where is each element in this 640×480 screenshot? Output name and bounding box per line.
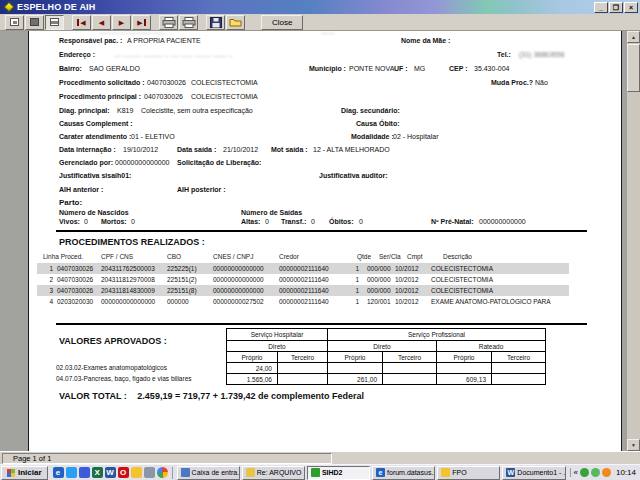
zoom-fit-button[interactable]: [5, 15, 24, 30]
task-button-fpo[interactable]: FPO: [437, 466, 500, 480]
bairro-label: Bairro:: [59, 65, 82, 73]
excel-icon[interactable]: X: [92, 467, 103, 478]
cell-descricao: EXAME ANATOMO-PATOLÓGICO PARA: [431, 298, 569, 305]
col-header: Próprio: [227, 352, 277, 362]
table-row: 3 0407030026 204311814830009 225151(8) 0…: [37, 285, 569, 296]
section-divider: [56, 230, 587, 232]
cell-qtde: 1: [345, 276, 359, 283]
desktop: ESPELHO DE AIH _ ❐ × ◀ ◀ ▶ ▶ Close: [0, 0, 640, 480]
valores-sub-header-row: Direto Direto Rateado: [227, 340, 545, 351]
vertical-scrollbar[interactable]: ▲ ▼: [627, 31, 640, 451]
section-divider: [56, 323, 587, 325]
start-button[interactable]: Iniciar: [1, 466, 48, 480]
clock-tray-icon[interactable]: [602, 468, 611, 477]
folder-shortcut-icon[interactable]: [131, 467, 142, 478]
col-header: Credor: [279, 253, 345, 260]
print-icon: [182, 17, 196, 28]
altas-label: Altas:: [241, 218, 260, 226]
table-row: 2 0407030026 204311812970008 225151(2) 0…: [37, 274, 569, 285]
show-desktop-icon[interactable]: [144, 467, 155, 478]
chrome-icon[interactable]: [157, 467, 168, 478]
task-button-browser[interactable]: e forum.datasus....: [372, 466, 435, 480]
task-button-inbox[interactable]: Caixa de entra...: [177, 466, 240, 480]
print-button[interactable]: [179, 15, 198, 30]
floppy-save-icon: [210, 17, 222, 28]
proc-principal-name: COLECISTECTOMIA: [191, 93, 258, 101]
zoom-page-width-button[interactable]: [45, 15, 64, 30]
report-page: .................................. .....…: [28, 31, 622, 451]
word-icon[interactable]: W: [105, 467, 116, 478]
tray-chevron-icon[interactable]: «: [574, 468, 578, 477]
cell-cbo: 225225(1): [167, 265, 213, 272]
antivirus-tray-icon[interactable]: [580, 468, 589, 477]
col-header: Linha Proced.: [37, 253, 101, 260]
printer-setup-button[interactable]: [159, 15, 178, 30]
task-label: Caixa de entra...: [192, 469, 240, 476]
cell-linha: 2: [37, 276, 53, 283]
cell-credor: 00000002111640: [279, 298, 345, 305]
data-internacao-value: 19/10/2012: [123, 146, 158, 154]
carater-value: 01 - ELETIVO: [131, 133, 175, 141]
valor-total-value: 2.459,19 = 719,77 + 1.739,42 de compleme…: [137, 391, 364, 401]
messenger-icon[interactable]: [66, 467, 77, 478]
endereco-value: .... ......... .......... .. .... ......…: [114, 51, 233, 59]
cell-cpf: 204311762500003: [101, 265, 167, 272]
printer-setup-icon: [162, 17, 176, 28]
zoom-100-button[interactable]: [25, 15, 44, 30]
scroll-down-button[interactable]: ▼: [627, 439, 640, 451]
internet-explorer-icon[interactable]: e: [53, 467, 64, 478]
redacted-text: ..................................: [99, 31, 165, 36]
cell-proced: 0407030026: [53, 265, 101, 272]
valor-cell: [277, 363, 327, 373]
carater-label: Carater atendimento :: [59, 133, 131, 141]
cell-credor: 00000002111640: [279, 276, 345, 283]
minimize-button[interactable]: _: [594, 2, 608, 13]
scrollbar-thumb[interactable]: [627, 44, 640, 92]
folder-icon: [441, 468, 450, 477]
col-header: Próprio: [436, 352, 491, 362]
close-window-button[interactable]: ×: [624, 2, 638, 13]
altas-value: 0: [265, 218, 269, 226]
cell-credor: 00000002111640: [279, 265, 345, 272]
window-titlebar: ESPELHO DE AIH _ ❐ ×: [0, 0, 640, 14]
first-page-button[interactable]: ◀: [72, 15, 91, 30]
save-report-button[interactable]: [206, 15, 225, 30]
cell-linha: 3: [37, 287, 53, 294]
valores-row-label: 04.07.03-Pancreas, baço, fígado e vias b…: [56, 375, 192, 382]
first-page-icon: ◀: [77, 19, 85, 26]
users-tray-icon[interactable]: [591, 468, 600, 477]
scroll-up-button[interactable]: ▲: [627, 31, 640, 43]
cell-qtde: 1: [345, 298, 359, 305]
task-button-sihd2[interactable]: SIHD2: [307, 466, 370, 480]
nome-mae-label: Nome da Mãe :: [401, 37, 450, 45]
task-button-word-document[interactable]: W Documento1 - ...: [502, 466, 565, 480]
window-title: ESPELHO DE AIH: [17, 2, 593, 12]
windows-logo-icon: [7, 469, 15, 477]
restore-button[interactable]: ❐: [609, 2, 623, 13]
status-bar: Page 1 of 1: [0, 451, 640, 464]
prev-page-button[interactable]: ◀: [92, 15, 111, 30]
page-indicator: Page 1 of 1: [2, 453, 332, 464]
col-header: Próprio: [327, 352, 382, 362]
close-preview-button[interactable]: Close: [261, 15, 303, 30]
valor-cell: [327, 363, 382, 373]
col-header: CPF / CNS: [101, 253, 167, 260]
media-player-icon[interactable]: [79, 467, 90, 478]
municipio-value: PONTE NOVA: [349, 65, 394, 73]
internet-explorer-icon: e: [376, 468, 385, 477]
cell-descricao: COLECISTECTOMIA: [431, 276, 569, 283]
redacted-text: .......: [321, 31, 335, 36]
data-saida-label: Data saída :: [177, 146, 216, 154]
next-page-button[interactable]: ▶: [112, 15, 131, 30]
last-page-button[interactable]: ▶: [132, 15, 151, 30]
cell-cnes: 00000000000000: [213, 287, 279, 294]
muda-proc-label: Muda Proc.?: [491, 79, 533, 87]
task-button-email[interactable]: Re: ARQUIVO ...: [242, 466, 305, 480]
cell-linha: 4: [37, 298, 53, 305]
cell-cpf: 000000000000000: [101, 298, 167, 305]
nascidos-label: Número de Nascidos: [59, 209, 129, 217]
task-label: Documento1 - ...: [517, 469, 565, 476]
opera-icon[interactable]: O: [118, 467, 129, 478]
open-report-button[interactable]: [226, 15, 245, 30]
next-page-icon: ▶: [119, 19, 124, 26]
